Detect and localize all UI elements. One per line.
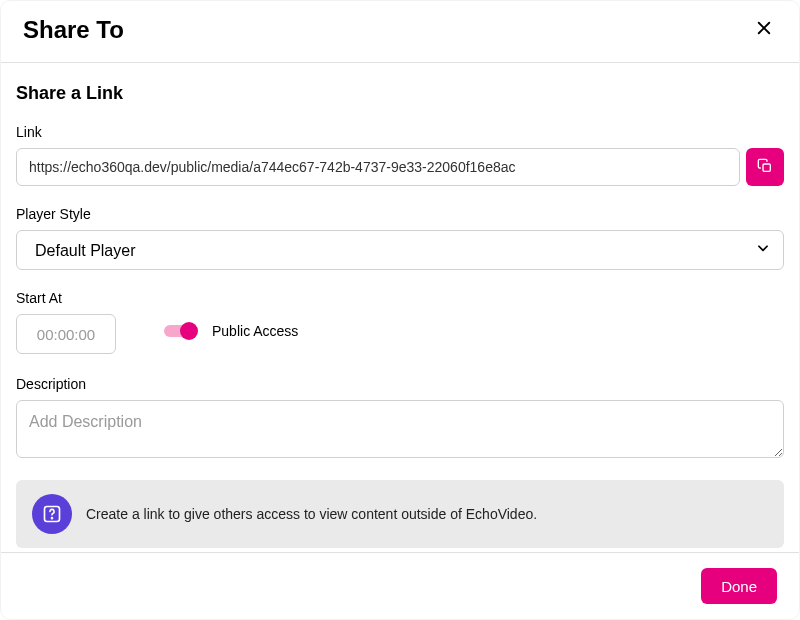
modal-footer: Done xyxy=(1,552,799,619)
help-icon xyxy=(32,494,72,534)
done-button[interactable]: Done xyxy=(701,568,777,604)
public-access-label: Public Access xyxy=(212,323,298,339)
svg-rect-2 xyxy=(763,164,770,171)
start-at-label: Start At xyxy=(16,290,116,306)
modal-title: Share To xyxy=(23,16,124,44)
start-at-input[interactable] xyxy=(16,314,116,354)
close-button[interactable] xyxy=(751,15,777,44)
section-heading: Share a Link xyxy=(16,83,784,104)
player-style-label: Player Style xyxy=(16,206,784,222)
player-style-select[interactable]: Default Player xyxy=(16,230,784,270)
modal-header: Share To xyxy=(1,1,799,63)
description-input[interactable] xyxy=(16,400,784,458)
info-text: Create a link to give others access to v… xyxy=(86,506,537,522)
player-style-field: Default Player xyxy=(16,230,784,270)
svg-point-4 xyxy=(52,518,53,519)
link-input[interactable] xyxy=(16,148,740,186)
info-banner: Create a link to give others access to v… xyxy=(16,480,784,548)
toggle-knob xyxy=(180,322,198,340)
description-label: Description xyxy=(16,376,784,392)
close-icon xyxy=(755,19,773,40)
public-access-toggle[interactable] xyxy=(164,325,194,337)
link-row xyxy=(16,148,784,186)
share-modal: Share To Share a Link Link xyxy=(0,0,800,620)
copy-link-button[interactable] xyxy=(746,148,784,186)
public-access-row: Public Access xyxy=(164,323,298,339)
modal-body: Share a Link Link Player Style Default P… xyxy=(1,63,799,552)
link-label: Link xyxy=(16,124,784,140)
copy-icon xyxy=(757,158,773,177)
start-row: Start At Public Access xyxy=(16,290,784,354)
start-at-field: Start At xyxy=(16,290,116,354)
